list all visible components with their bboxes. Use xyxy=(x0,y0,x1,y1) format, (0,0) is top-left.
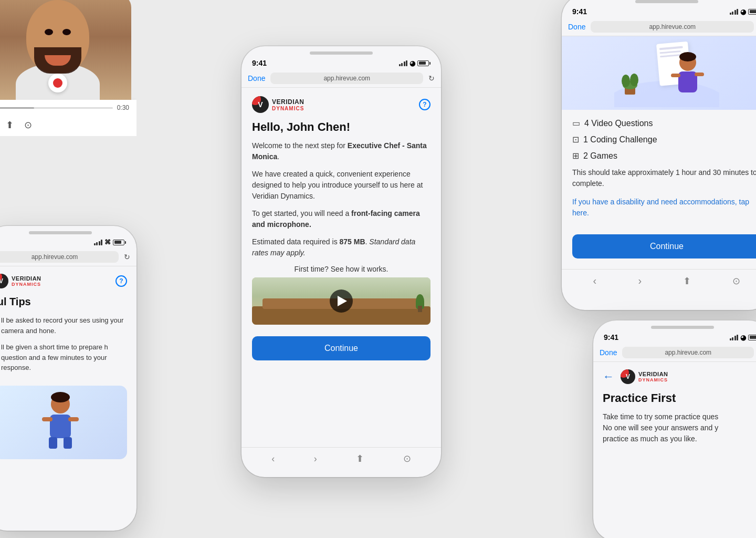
help-button[interactable]: ? xyxy=(116,275,127,287)
rt-browser-bar[interactable]: Done app.hirevue.com ↻ xyxy=(562,18,756,36)
nav-back-icon[interactable]: ‹ xyxy=(271,453,275,464)
main-wifi-icon: ◕ xyxy=(410,59,415,67)
svg-rect-2 xyxy=(42,417,52,421)
svg-point-19 xyxy=(622,75,630,87)
brand-header: V VERIDIAN DYNAMICS ? xyxy=(0,274,127,288)
browser-refresh-icon[interactable]: ↻ xyxy=(124,253,130,261)
main-continue-button[interactable]: Continue xyxy=(252,336,430,360)
main-brand-main: VERIDIAN xyxy=(272,98,304,106)
disability-accommodations-link[interactable]: If you have a disability and need accomm… xyxy=(572,196,756,219)
svg-rect-15 xyxy=(695,73,704,76)
svg-point-20 xyxy=(630,74,638,86)
nav-safari-icon[interactable]: ⊙ xyxy=(403,453,411,464)
main-brand-logo: V VERIDIAN DYNAMICS xyxy=(252,96,304,113)
rb-brand-logo: V VERIDIAN DYNAMICS xyxy=(621,369,668,384)
rt-nav-bar: ‹ › ⬆ ⊙ xyxy=(562,269,756,292)
tips-title: ful Tips xyxy=(0,296,127,308)
signal-icon xyxy=(94,240,103,245)
rt-browser-url[interactable]: app.hirevue.com xyxy=(591,21,754,33)
coding-icon: ⊡ xyxy=(572,134,579,144)
rb-battery-icon xyxy=(748,335,756,340)
first-time-text: First time? See how it works. xyxy=(252,265,430,273)
practice-title: Practice First xyxy=(603,391,756,405)
video-icon: ▭ xyxy=(572,118,580,128)
rt-browser-done[interactable]: Done xyxy=(568,23,585,31)
games-item: ⊞ 2 Games xyxy=(572,151,756,161)
svg-point-16 xyxy=(679,52,696,61)
battery-icon xyxy=(113,240,126,245)
main-signal-icon xyxy=(399,60,408,66)
brand-name-sub: DYNAMICS xyxy=(12,282,41,287)
rt-illustration xyxy=(562,36,756,110)
rb-browser-url[interactable]: app.hirevue.com xyxy=(622,347,754,358)
main-status-bar: 9:41 ◕ xyxy=(242,55,441,69)
svg-rect-1 xyxy=(50,415,71,438)
rt-wifi-icon: ◕ xyxy=(740,8,746,16)
main-nav-bar: ‹ › ⬆ ⊙ xyxy=(242,447,441,470)
tips-illustration xyxy=(34,391,87,454)
main-brand-header: V VERIDIAN DYNAMICS ? xyxy=(252,96,430,113)
main-time: 9:41 xyxy=(252,59,267,67)
nav-share-icon[interactable]: ⬆ xyxy=(356,453,364,464)
brand-name-main: VERIDIAN xyxy=(12,275,41,282)
video-time: 0:30 xyxy=(117,104,129,111)
brand-logo: V VERIDIAN DYNAMICS xyxy=(0,274,41,288)
rb-time: 9:41 xyxy=(604,333,618,342)
svg-rect-5 xyxy=(64,437,72,449)
duration-text: This should take approximately 1 hour an… xyxy=(572,167,756,189)
rb-status-bar: 9:41 ◕ xyxy=(593,329,756,344)
greeting-heading: Hello, John Chen! xyxy=(252,120,430,134)
tip-item-2: ll be given a short time to prepare h qu… xyxy=(0,342,127,373)
video-share-icon[interactable]: ⬆ xyxy=(6,119,14,131)
games-icon: ⊞ xyxy=(572,151,579,161)
right-top-status-bar: 9:41 ◕ xyxy=(562,3,756,18)
welcome-paragraph: Welcome to the next step for Executive C… xyxy=(252,140,430,162)
coding-challenge-label: 1 Coding Challenge xyxy=(583,135,657,144)
svg-point-6 xyxy=(51,392,70,402)
main-brand-sub: DYNAMICS xyxy=(272,106,304,111)
nav-forward-icon[interactable]: › xyxy=(314,453,317,464)
svg-rect-3 xyxy=(68,417,79,421)
main-browser-bar[interactable]: Done app.hirevue.com ↻ xyxy=(242,69,441,88)
main-browser-url[interactable]: app.hirevue.com xyxy=(270,73,423,84)
browser-bar: app.hirevue.com ↻ xyxy=(0,248,136,266)
assessment-section: ▭ 4 Video Questions ⊡ 1 Coding Challenge… xyxy=(562,110,756,267)
practice-description: Take time to try some practice quesNo on… xyxy=(603,411,756,444)
rt-signal-icon xyxy=(730,9,739,15)
rt-battery-icon xyxy=(748,9,756,15)
main-browser-done[interactable]: Done xyxy=(248,74,265,82)
rt-nav-share[interactable]: ⬆ xyxy=(683,275,691,287)
svg-rect-13 xyxy=(678,71,697,92)
play-button[interactable] xyxy=(330,289,353,313)
tip-item-1: ll be asked to record your ses using you… xyxy=(0,315,127,336)
status-bar: ⌘ xyxy=(0,234,136,248)
rb-back-button[interactable]: ← xyxy=(603,370,614,384)
intro-paragraph: We have created a quick, convenient expe… xyxy=(252,169,430,202)
rt-nav-safari[interactable]: ⊙ xyxy=(732,275,740,287)
video-questions-label: 4 Video Questions xyxy=(584,119,653,128)
main-battery-icon xyxy=(417,60,430,66)
rb-browser-bar[interactable]: Done app.hirevue.com ↻ xyxy=(593,344,756,362)
video-compass-icon[interactable]: ⊙ xyxy=(24,119,32,131)
camera-paragraph: To get started, you will need a front-fa… xyxy=(252,208,430,230)
rt-nav-forward[interactable]: › xyxy=(638,275,642,287)
rb-wifi-icon: ◕ xyxy=(740,334,746,342)
rb-signal-icon xyxy=(730,335,739,340)
main-browser-refresh[interactable]: ↻ xyxy=(428,74,435,82)
browser-url[interactable]: app.hirevue.com xyxy=(0,251,119,263)
right-top-time: 9:41 xyxy=(572,7,587,16)
main-help-button[interactable]: ? xyxy=(419,99,430,110)
games-label: 2 Games xyxy=(583,151,617,161)
rb-browser-done[interactable]: Done xyxy=(600,348,617,357)
data-paragraph: Estimated data required is 875 MB. Stand… xyxy=(252,236,430,258)
rb-nav-brand-row: ← V VERIDIAN DYNAMICS xyxy=(603,369,756,384)
wifi-icon: ⌘ xyxy=(104,239,111,246)
svg-rect-4 xyxy=(49,437,57,449)
video-questions-item: ▭ 4 Video Questions xyxy=(572,118,756,128)
assessment-illustration xyxy=(614,39,719,107)
video-preview[interactable] xyxy=(252,277,430,325)
svg-rect-14 xyxy=(671,74,680,77)
rt-nav-back[interactable]: ‹ xyxy=(593,275,597,287)
rt-continue-button[interactable]: Continue xyxy=(572,234,756,258)
coding-challenge-item: ⊡ 1 Coding Challenge xyxy=(572,134,756,144)
